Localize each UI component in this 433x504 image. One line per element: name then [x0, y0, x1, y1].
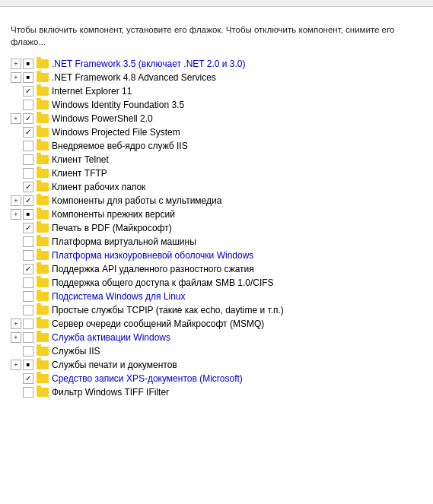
folder-icon — [37, 306, 49, 315]
folder-icon — [37, 347, 49, 356]
list-item: Печать в PDF (Майкрософт) — [11, 221, 422, 235]
item-label: Клиент рабочих папок — [52, 182, 145, 192]
expand-button[interactable]: + — [11, 113, 21, 124]
item-label: Windows Identity Foundation 3.5 — [52, 100, 184, 110]
expand-placeholder — [11, 291, 21, 302]
expand-placeholder — [11, 305, 21, 315]
item-label: Фильтр Windows TIFF IFilter — [52, 387, 169, 398]
main-content: Чтобы включить компонент, установите его… — [0, 7, 433, 408]
folder-icon — [37, 360, 49, 369]
item-label: .NET Framework 3.5 (включает .NET 2.0 и … — [52, 59, 246, 69]
folder-icon — [37, 278, 49, 287]
item-label: Компоненты для работы с мультимедиа — [52, 195, 221, 206]
checkbox[interactable] — [23, 154, 33, 165]
list-item: +Компоненты прежних версий — [11, 208, 422, 221]
expand-button[interactable]: + — [11, 332, 21, 343]
folder-icon — [37, 196, 49, 205]
item-label: Платформа виртуальной машины — [52, 236, 196, 247]
item-label: Windows PowerShell 2.0 — [52, 113, 153, 124]
list-item: Внедряемое веб-ядро служб IIS — [11, 139, 422, 153]
checkbox[interactable] — [23, 113, 33, 124]
list-item: Платформа низкоуровневой оболочки Window… — [11, 249, 422, 262]
list-item: Клиент Telnet — [11, 153, 422, 166]
checkbox[interactable] — [23, 72, 33, 83]
folder-icon — [37, 319, 49, 328]
checkbox[interactable] — [23, 209, 33, 220]
item-label: Печать в PDF (Майкрософт) — [52, 223, 172, 233]
checkbox[interactable] — [23, 127, 33, 138]
list-item: +.NET Framework 4.8 Advanced Services — [11, 71, 422, 84]
expand-placeholder — [11, 277, 21, 288]
item-label: Службы печати и документов — [52, 360, 177, 370]
expand-button[interactable]: + — [11, 59, 21, 69]
expand-placeholder — [11, 168, 21, 179]
list-item: Windows Projected File System — [11, 125, 422, 139]
checkbox[interactable] — [23, 86, 33, 97]
item-label: Служба активации Windows — [52, 332, 170, 343]
list-item: Фильтр Windows TIFF IFilter — [11, 385, 422, 399]
checkbox[interactable] — [23, 264, 33, 274]
folder-icon — [37, 100, 49, 109]
item-label: Подсистема Windows для Linux — [52, 291, 186, 302]
checkbox[interactable] — [23, 250, 33, 261]
expand-placeholder — [11, 154, 21, 165]
description: Чтобы включить компонент, установите его… — [11, 24, 422, 48]
list-item: Платформа виртуальной машины — [11, 235, 422, 249]
list-item: Клиент TFTP — [11, 166, 422, 180]
folder-icon — [37, 333, 49, 342]
checkbox[interactable] — [23, 277, 33, 288]
item-label: Windows Projected File System — [52, 127, 180, 138]
list-item: Подсистема Windows для Linux — [11, 290, 422, 303]
expand-button[interactable]: + — [11, 195, 21, 206]
item-label: Сервер очереди сообщений Майкрософт (MSM… — [52, 319, 264, 329]
checkbox[interactable] — [23, 319, 33, 329]
folder-icon — [37, 87, 49, 96]
checkbox[interactable] — [23, 223, 33, 233]
folder-icon — [37, 223, 49, 233]
checkbox[interactable] — [23, 236, 33, 247]
list-item: +.NET Framework 3.5 (включает .NET 2.0 и… — [11, 57, 422, 71]
checkbox[interactable] — [23, 182, 33, 192]
folder-icon — [37, 237, 49, 246]
expand-placeholder — [11, 100, 21, 110]
expand-button[interactable]: + — [11, 72, 21, 83]
expand-placeholder — [11, 387, 21, 398]
expand-placeholder — [11, 182, 21, 192]
checkbox[interactable] — [23, 168, 33, 179]
item-label: Простые службы TCPIP (такие как echo, da… — [52, 305, 284, 315]
item-label: Службы IIS — [52, 346, 100, 357]
folder-icon — [37, 128, 49, 137]
expand-placeholder — [11, 236, 21, 247]
list-item: +Windows PowerShell 2.0 — [11, 112, 422, 125]
expand-placeholder — [11, 141, 21, 151]
list-item: Поддержка общего доступа к файлам SMB 1.… — [11, 276, 422, 290]
folder-icon — [37, 182, 49, 192]
expand-placeholder — [11, 373, 21, 384]
checkbox[interactable] — [23, 291, 33, 302]
checkbox[interactable] — [23, 360, 33, 370]
expand-button[interactable]: + — [11, 319, 21, 329]
checkbox[interactable] — [23, 305, 33, 315]
checkbox[interactable] — [23, 195, 33, 206]
item-label: Средство записи XPS-документов (Microsof… — [52, 373, 243, 384]
list-item: Internet Explorer 11 — [11, 84, 422, 98]
item-label: Платформа низкоуровневой оболочки Window… — [52, 250, 253, 261]
folder-icon — [37, 251, 49, 260]
checkbox[interactable] — [23, 141, 33, 151]
expand-placeholder — [11, 346, 21, 357]
checkbox[interactable] — [23, 387, 33, 398]
checkbox[interactable] — [23, 346, 33, 357]
checkbox[interactable] — [23, 59, 33, 69]
folder-icon — [37, 155, 49, 164]
expand-button[interactable]: + — [11, 360, 21, 370]
folder-icon — [37, 265, 49, 274]
folder-icon — [37, 73, 49, 82]
title-bar — [0, 0, 433, 7]
item-label: Клиент TFTP — [52, 168, 107, 179]
checkbox[interactable] — [23, 100, 33, 110]
expand-placeholder — [11, 223, 21, 233]
checkbox[interactable] — [23, 373, 33, 384]
folder-icon — [37, 388, 49, 397]
checkbox[interactable] — [23, 332, 33, 343]
expand-button[interactable]: + — [11, 209, 21, 220]
